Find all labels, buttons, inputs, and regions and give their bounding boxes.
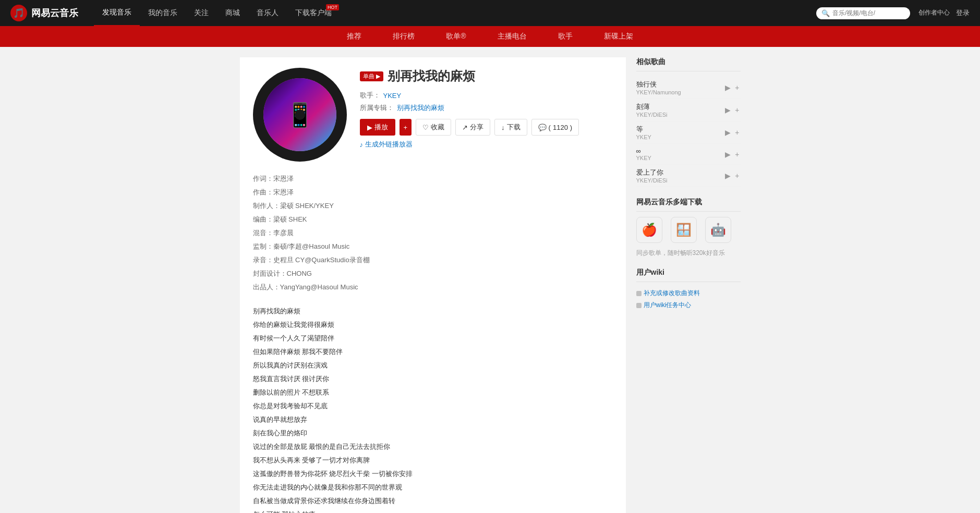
logo-text: 网易云音乐 <box>31 7 78 19</box>
nav-item-follow[interactable]: 关注 <box>186 0 217 26</box>
login-button[interactable]: 登录 <box>956 8 970 18</box>
hot-badge: HOT <box>326 4 339 10</box>
search-icon: 🔍 <box>821 9 830 17</box>
subnav-charts[interactable]: 排行榜 <box>388 26 420 47</box>
lyric-line: 怎么可能 那钻心的疼 <box>253 508 613 513</box>
lyrics-section: 别再找我的麻烦你给的麻烦让我觉得很麻烦有时候一个人久了渴望陪伴但如果陪伴麻烦 那… <box>253 304 613 513</box>
album-link[interactable]: 别再找我的麻烦 <box>397 103 444 113</box>
download-text: 同步歌单，随时畅听320k好音乐 <box>636 248 741 258</box>
similar-song-actions: ▶ + <box>724 105 740 115</box>
action-buttons: ▶ 播放 + ♡ 收藏 ↗ 分享 ↓ <box>360 119 613 136</box>
similar-song-play-btn[interactable]: ▶ <box>724 170 732 181</box>
similar-songs-section: 相似歌曲 独行侠 YKEY/Namunong ▶ + 刻薄 YKEY/DiESi… <box>636 57 741 187</box>
similar-song-artist: YKEY/DiESi <box>636 177 724 184</box>
nav-item-musician[interactable]: 音乐人 <box>248 0 287 26</box>
side-panel: 相似歌曲 独行侠 YKEY/Namunong ▶ + 刻薄 YKEY/DiESi… <box>636 57 741 513</box>
wiki-link[interactable]: 补充或修改歌曲资料 <box>636 287 741 299</box>
album-center-hole <box>295 109 305 120</box>
producer: 制作人：梁硕 SHEK/YKEY <box>253 199 613 213</box>
nav-item-shop[interactable]: 商城 <box>217 0 248 26</box>
similar-song-add-btn[interactable]: + <box>734 149 740 160</box>
similar-song-name[interactable]: ∞ <box>636 147 724 155</box>
lyric-line: 刻在我心里的烙印 <box>253 426 613 440</box>
lyric-line: 说真的早就想放弃 <box>253 413 613 426</box>
song-header: 📱 单曲 ▶ 别再找我的麻烦 歌手： <box>253 68 613 162</box>
similar-song-info: 独行侠 YKEY/Namunong <box>636 80 724 95</box>
similar-song-play-btn[interactable]: ▶ <box>724 127 732 138</box>
lyric-line: 我不想从头再来 受够了一切才对你离脾 <box>253 454 613 467</box>
content-wrapper: 📱 单曲 ▶ 别再找我的麻烦 歌手： <box>235 47 746 513</box>
download-title: 网易云音乐多端下载 <box>636 198 741 212</box>
search-input[interactable] <box>832 9 905 17</box>
lyric-line: 说过的全部是放屁 最恨的是自己无法去抗拒你 <box>253 440 613 454</box>
lyric-line: 这孤傲的野兽替为你花怀 烧尽烈火干柴 一切被你安排 <box>253 467 613 481</box>
subnav-recommend[interactable]: 推荐 <box>342 26 367 47</box>
download-icons: 🍎 🪟 🤖 <box>636 217 741 243</box>
similar-song-artist: YKEY <box>636 134 724 140</box>
subnav-newalbum[interactable]: 新碟上架 <box>599 26 638 47</box>
similar-song-add-btn[interactable]: + <box>734 105 740 115</box>
similar-song-artist: YKEY/Namunong <box>636 89 724 95</box>
similar-song-artist: YKEY/DiESi <box>636 112 724 118</box>
supervisor: 监制：秦硕/李超@Hasoul Music <box>253 240 613 253</box>
collect-button[interactable]: ♡ 收藏 <box>416 119 451 136</box>
collect-icon: ♡ <box>422 124 429 131</box>
windows-download-icon[interactable]: 🪟 <box>671 217 697 243</box>
artist-row: 歌手： YKEY <box>360 91 613 100</box>
single-tag: 单曲 ▶ <box>360 71 383 81</box>
play-button[interactable]: ▶ 播放 <box>360 119 395 136</box>
lyric-line: 所以我真的讨厌别在演戏 <box>253 359 613 372</box>
arranger: 编曲：梁硕 SHEK <box>253 213 613 226</box>
similar-song-item: 刻薄 YKEY/DiESi ▶ + <box>636 99 741 121</box>
subnav-singer[interactable]: 歌手 <box>553 26 578 47</box>
similar-song-actions: ▶ + <box>724 149 740 160</box>
similar-song-play-btn[interactable]: ▶ <box>724 82 732 93</box>
creator-button[interactable]: 创作者中心 <box>918 9 950 17</box>
similar-song-item: ∞ YKEY ▶ + <box>636 144 741 165</box>
similar-song-item: 等 YKEY ▶ + <box>636 121 741 144</box>
similar-song-add-btn[interactable]: + <box>734 170 740 181</box>
lyrics-author: 作词：宋恩泽 <box>253 172 613 186</box>
similar-song-name[interactable]: 独行侠 <box>636 80 724 89</box>
download-button[interactable]: ↓ 下载 <box>494 119 527 136</box>
artist-link[interactable]: YKEY <box>383 92 402 100</box>
album-art: 📱 <box>253 68 347 162</box>
similar-song-name[interactable]: 爱上了你 <box>636 168 724 177</box>
similar-song-name[interactable]: 刻薄 <box>636 102 724 112</box>
subnav-playlist[interactable]: 歌单® <box>441 26 471 47</box>
similar-song-info: ∞ YKEY <box>636 147 724 161</box>
similar-song-actions: ▶ + <box>724 127 740 138</box>
mixer: 混音：李彦晨 <box>253 226 613 240</box>
similar-song-add-btn[interactable]: + <box>734 82 740 93</box>
external-link[interactable]: ♪ 生成外链播放器 <box>360 140 613 149</box>
similar-song-name[interactable]: 等 <box>636 125 724 134</box>
music-author: 作曲：宋恩泽 <box>253 186 613 199</box>
nav-item-discover[interactable]: 发现音乐 <box>94 0 140 26</box>
nav-item-mymusic[interactable]: 我的音乐 <box>140 0 186 26</box>
song-title: 别再找我的麻烦 <box>388 68 475 84</box>
lyric-line: 自私被当做成背景你还求我继续在你身边围着转 <box>253 494 613 508</box>
subnav-radio[interactable]: 主播电台 <box>492 26 532 47</box>
album-row: 所属专辑： 别再找我的麻烦 <box>360 103 613 113</box>
similar-song-info: 等 YKEY <box>636 125 724 140</box>
recording: 录音：史程旦 CY@QuarkStudio录音棚 <box>253 253 613 267</box>
play-icon: ▶ <box>367 124 372 131</box>
share-button[interactable]: ↗ 分享 <box>455 119 490 136</box>
share-icon: ↗ <box>462 124 468 131</box>
wiki-link[interactable]: 用户wiki任务中心 <box>636 299 741 311</box>
similar-song-add-btn[interactable]: + <box>734 127 740 138</box>
similar-song-actions: ▶ + <box>724 82 740 93</box>
lyric-line: 怒我直言我讨厌 很讨厌你 <box>253 372 613 386</box>
add-to-queue-button[interactable]: + <box>400 119 412 136</box>
android-download-icon[interactable]: 🤖 <box>705 217 731 243</box>
album-label: 所属专辑： <box>360 103 394 113</box>
nav-item-download[interactable]: 下载客户端 HOT <box>287 0 340 26</box>
similar-song-play-btn[interactable]: ▶ <box>724 149 732 160</box>
similar-song-play-btn[interactable]: ▶ <box>724 105 732 115</box>
similar-song-item: 独行侠 YKEY/Namunong ▶ + <box>636 77 741 99</box>
song-meta: 作词：宋恩泽 作曲：宋恩泽 制作人：梁硕 SHEK/YKEY 编曲：梁硕 SHE… <box>253 172 613 294</box>
comment-button[interactable]: 💬 (1120) <box>531 119 579 136</box>
ios-download-icon[interactable]: 🍎 <box>636 217 662 243</box>
search-box: 🔍 <box>816 7 910 19</box>
similar-song-info: 爱上了你 YKEY/DiESi <box>636 168 724 184</box>
